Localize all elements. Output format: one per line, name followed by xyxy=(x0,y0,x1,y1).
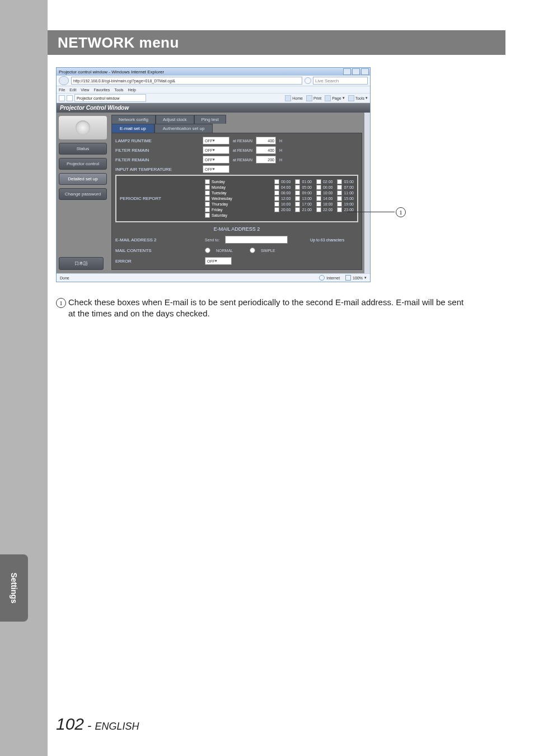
checkbox-hour[interactable] xyxy=(274,179,279,184)
checkbox-day[interactable] xyxy=(205,179,210,184)
checkbox-hour[interactable] xyxy=(316,202,321,207)
ie-address-bar: http://192.168.0.8/cgi-bin/main.cgi?page… xyxy=(57,76,370,86)
checkbox-hour[interactable] xyxy=(295,179,300,184)
menu-tools[interactable]: Tools xyxy=(114,88,123,92)
checkbox-hour[interactable] xyxy=(295,185,300,190)
globe-icon xyxy=(319,275,325,281)
checkbox-hour[interactable] xyxy=(337,185,342,190)
home-icon xyxy=(285,95,291,101)
input-filter2-remain[interactable]: 200 xyxy=(256,156,276,164)
checkbox-hour[interactable] xyxy=(295,202,300,207)
checkbox-hour[interactable] xyxy=(274,185,279,190)
select-filter2[interactable]: OFF ▾ xyxy=(203,156,229,164)
home-button[interactable]: Home xyxy=(285,95,303,101)
sidebar-item-control[interactable]: Projector control xyxy=(59,158,107,170)
hour-label: 13:00 xyxy=(302,197,312,200)
periodic-report-label: PERIODIC REPORT xyxy=(120,179,198,218)
tab-email-setup[interactable]: E-mail set up xyxy=(111,124,154,133)
add-tab-icon[interactable] xyxy=(67,95,73,101)
hour-label: 06:00 xyxy=(323,185,333,189)
label-mail-contents: MAIL CONTENTS xyxy=(115,248,199,253)
checkbox-hour[interactable] xyxy=(274,202,279,207)
callout-caption: 1Check these boxes when E-mail is to be … xyxy=(56,297,498,320)
day-label: Wednesday xyxy=(212,197,232,200)
checkbox-hour[interactable] xyxy=(274,190,279,195)
page-button[interactable]: Page ▾ xyxy=(325,95,344,101)
menu-file[interactable]: File xyxy=(59,88,65,92)
checkbox-hour[interactable] xyxy=(337,179,342,184)
tab-ping-test[interactable]: Ping test xyxy=(194,115,226,124)
checkbox-hour[interactable] xyxy=(337,207,342,212)
favorite-icon[interactable] xyxy=(59,95,65,101)
checkbox-hour[interactable] xyxy=(337,196,342,201)
search-field[interactable]: Live Search xyxy=(313,77,368,85)
checkbox-day[interactable] xyxy=(205,196,210,201)
scrollbar[interactable] xyxy=(364,113,370,273)
tab-adjust-clock[interactable]: Adjust clock xyxy=(156,115,194,124)
checkbox-hour[interactable] xyxy=(316,207,321,212)
maximize-icon[interactable] xyxy=(352,68,360,75)
language-button-jp[interactable]: 日本語 xyxy=(59,257,104,270)
checkbox-hour[interactable] xyxy=(316,179,321,184)
tools-icon xyxy=(348,95,354,101)
pcw-body: Status Projector control Detailed set up… xyxy=(57,113,370,273)
checkbox-hour[interactable] xyxy=(295,190,300,195)
input-email2[interactable] xyxy=(225,236,288,244)
label-email2: E-MAIL ADDRESS 2 xyxy=(115,237,199,242)
menu-view[interactable]: View xyxy=(81,88,89,92)
checkbox-day[interactable] xyxy=(205,213,210,218)
back-icon[interactable] xyxy=(59,76,69,85)
tools-button[interactable]: Tools ▾ xyxy=(348,95,368,101)
hour-label: 10:00 xyxy=(323,191,333,195)
zoom-icon[interactable] xyxy=(345,275,351,281)
day-label: Sunday xyxy=(212,180,225,184)
browser-tab[interactable]: Projector control window xyxy=(74,94,146,102)
checkbox-hour[interactable] xyxy=(274,196,279,201)
zone-label: Internet xyxy=(326,276,340,280)
menu-edit[interactable]: Edit xyxy=(69,88,76,92)
checkbox-hour[interactable] xyxy=(295,196,300,201)
menu-help[interactable]: Help xyxy=(128,88,136,92)
tab-network-config[interactable]: Network config xyxy=(111,115,156,124)
menu-favorites[interactable]: Favorites xyxy=(93,88,110,92)
checkbox-hour[interactable] xyxy=(316,185,321,190)
checkbox-hour[interactable] xyxy=(274,207,279,212)
input-filter1-remain[interactable]: 400 xyxy=(256,146,276,154)
hour-label: 05:00 xyxy=(302,185,312,189)
print-button[interactable]: Print xyxy=(306,95,321,101)
checkbox-day[interactable] xyxy=(205,190,210,195)
checkbox-hour[interactable] xyxy=(337,190,342,195)
pcw-sidebar: Status Projector control Detailed set up… xyxy=(57,113,109,273)
sidebar-item-detailed[interactable]: Detailed set up xyxy=(59,173,107,185)
print-icon xyxy=(306,95,312,101)
unit-h: H xyxy=(279,148,282,152)
sidebar-item-password[interactable]: Change password xyxy=(59,188,107,200)
row-lamp2: LAMP2 RUNTIME OFF ▾ at REMAIN 400 H xyxy=(115,137,358,144)
input-lamp2-remain[interactable]: 400 xyxy=(256,137,276,144)
status-text: Done xyxy=(60,276,69,280)
side-tab-settings: Settings xyxy=(0,554,28,622)
select-filter1[interactable]: OFF ▾ xyxy=(203,146,229,154)
checkbox-hour[interactable] xyxy=(295,207,300,212)
minimize-icon[interactable] xyxy=(343,68,351,75)
checkbox-hour[interactable] xyxy=(316,190,321,195)
hour-label: 16:00 xyxy=(281,202,291,206)
close-icon[interactable] xyxy=(361,68,369,75)
checkbox-day[interactable] xyxy=(205,202,210,207)
tab-auth-setup[interactable]: Authentication set up xyxy=(154,124,213,133)
sidebar-item-status[interactable]: Status xyxy=(59,143,107,155)
select-lamp2[interactable]: OFF ▾ xyxy=(203,137,229,144)
checkbox-day[interactable] xyxy=(205,185,210,190)
checkbox-hour[interactable] xyxy=(337,202,342,207)
address-field[interactable]: http://192.168.0.8/cgi-bin/main.cgi?page… xyxy=(71,77,302,85)
select-error[interactable]: OFF ▾ xyxy=(205,257,232,265)
tab-row-bottom: E-mail set up Authentication set up xyxy=(111,124,368,133)
checkbox-day[interactable] xyxy=(205,207,210,212)
radio-simple[interactable] xyxy=(250,248,255,253)
radio-normal[interactable] xyxy=(205,248,210,253)
select-air-temp[interactable]: OFF ▾ xyxy=(203,165,229,173)
page-icon xyxy=(325,95,331,101)
settings-panel: LAMP2 RUNTIME OFF ▾ at REMAIN 400 H FILT… xyxy=(111,133,362,270)
checkbox-hour[interactable] xyxy=(316,196,321,201)
hour-label: 04:00 xyxy=(281,185,291,189)
